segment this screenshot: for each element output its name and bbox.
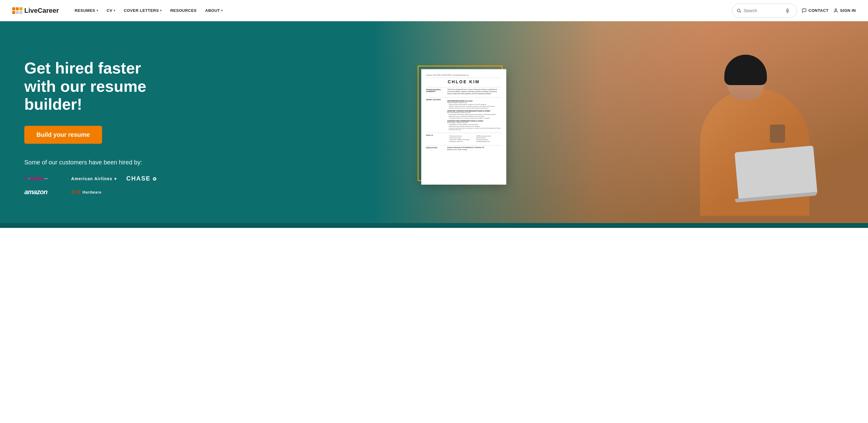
- nav-about[interactable]: ABOUT ▾: [202, 6, 226, 15]
- svg-rect-4: [16, 11, 19, 14]
- resume-name: CHLOE KIM: [426, 79, 501, 84]
- mic-button[interactable]: [783, 6, 793, 16]
- hero-section: Get hired faster with our resume builder…: [0, 21, 868, 228]
- hired-text: Some of our customers have been hired by…: [24, 159, 170, 166]
- mic-icon: [785, 8, 790, 13]
- logo-text: LiveCareer: [24, 7, 59, 14]
- resume-skills: SKILLS • Emergency assistance • Planning…: [426, 134, 501, 143]
- resume-work-history: WORK HISTORY SITE MANAGER 01/2021 to Cur…: [426, 99, 501, 130]
- company-tmobile: T ·Mobile···: [24, 175, 62, 182]
- svg-rect-2: [20, 7, 23, 10]
- resume-frame: Patterson, MO 63956 | 555-555-5555 | exa…: [421, 69, 506, 185]
- chevron-down-icon: ▾: [114, 9, 116, 12]
- logo[interactable]: LiveCareer: [12, 7, 59, 14]
- svg-rect-3: [12, 11, 15, 14]
- logo-icon: [12, 7, 23, 14]
- hero-bottom-bar: [0, 223, 868, 228]
- header: LiveCareer RESUMES ▾ CV ▾ COVER LETTERS …: [0, 0, 868, 21]
- nav-resources[interactable]: RESOURCES: [167, 6, 200, 15]
- svg-point-6: [737, 9, 740, 11]
- company-logos: T ·Mobile··· American Airlines ✈ CHASE ✪…: [24, 175, 164, 196]
- company-chase: CHASE ✪: [126, 175, 164, 182]
- chevron-down-icon: ▾: [97, 9, 98, 12]
- signin-button[interactable]: SIGN IN: [833, 8, 856, 13]
- chevron-down-icon: ▾: [221, 9, 223, 12]
- hero-content: Get hired faster with our resume builder…: [0, 21, 188, 228]
- hero-headline: Get hired faster with our resume builder…: [24, 59, 170, 114]
- svg-rect-8: [787, 8, 788, 11]
- nav-resumes[interactable]: RESUMES ▾: [71, 6, 102, 15]
- main-nav: RESUMES ▾ CV ▾ COVER LETTERS ▾ RESOURCES…: [71, 6, 732, 15]
- resume-contact: Patterson, MO 63956 | 555-555-5555 | exa…: [426, 74, 501, 76]
- svg-line-7: [740, 11, 741, 13]
- chevron-down-icon: ▾: [160, 9, 162, 12]
- svg-rect-0: [12, 7, 15, 10]
- search-box[interactable]: [732, 4, 797, 18]
- svg-point-11: [835, 9, 836, 10]
- search-input[interactable]: [744, 8, 780, 13]
- contact-button[interactable]: CONTACT: [802, 8, 829, 13]
- nav-cover-letters[interactable]: COVER LETTERS ▾: [120, 6, 165, 15]
- resume-card-wrapper: Patterson, MO 63956 | 555-555-5555 | exa…: [421, 69, 506, 185]
- hero-person-decoration: [673, 39, 825, 216]
- search-icon: [737, 8, 741, 13]
- resume-education: EDUCATION American University of The Bui…: [426, 147, 501, 151]
- svg-rect-5: [20, 11, 23, 14]
- company-american-airlines: American Airlines ✈: [71, 175, 117, 182]
- svg-rect-1: [16, 7, 19, 10]
- header-right: CONTACT SIGN IN: [732, 4, 856, 18]
- resume-summary: PROFESSIONAL SUMMARY Talented site manag…: [426, 89, 501, 95]
- user-icon: [833, 8, 838, 13]
- resume-card: Patterson, MO 63956 | 555-555-5555 | exa…: [421, 69, 506, 185]
- company-ace: ACE Hardware: [71, 188, 117, 196]
- nav-cv[interactable]: CV ▾: [103, 6, 119, 15]
- company-amazon: amazon: [24, 188, 62, 196]
- build-resume-button[interactable]: Build your resume: [24, 126, 102, 144]
- chat-icon: [802, 8, 807, 13]
